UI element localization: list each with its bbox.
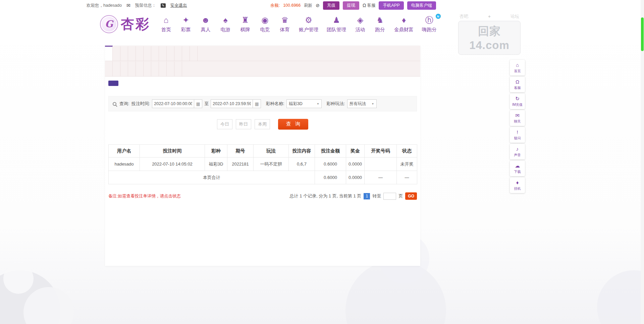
end-time-input[interactable] — [211, 99, 253, 108]
report-tab[interactable] — [151, 61, 159, 76]
side-tool[interactable]: ⌂ 首页 — [510, 60, 525, 76]
nav-item[interactable]: ◉ 电竞 — [259, 15, 271, 33]
side-tool[interactable]: Ω 客服 — [510, 77, 525, 92]
quick-range-button[interactable]: 今日 — [217, 119, 232, 129]
report-tab[interactable] — [120, 46, 128, 61]
report-tab[interactable] — [159, 46, 167, 61]
report-tab[interactable] — [120, 61, 128, 76]
cell-lottery: 福彩3D — [205, 157, 227, 171]
side-tool[interactable]: ✉ 聊天 — [510, 110, 525, 126]
deposit-button[interactable]: 充值 — [323, 1, 339, 10]
nav-item[interactable]: ◈ 活动 — [355, 15, 366, 33]
report-tab[interactable] — [113, 61, 120, 76]
scrollbar-thumb[interactable] — [641, 17, 644, 51]
eye-off-icon[interactable]: ⊘ — [316, 3, 320, 8]
calendar-icon[interactable]: ▦ — [194, 99, 202, 108]
report-tab[interactable] — [174, 46, 182, 61]
nav-item[interactable]: ⚙ 账户管理 — [299, 15, 318, 33]
edit-icon[interactable]: ✎ — [161, 3, 165, 8]
quick-range-group: 今日昨日本周 — [217, 119, 270, 129]
sub-tab[interactable] — [128, 81, 139, 86]
go-button[interactable]: GO — [405, 192, 417, 200]
sub-tab[interactable] — [149, 81, 159, 86]
quick-range-button[interactable]: 本周 — [255, 119, 270, 129]
main-panel: 查询: 投注时间: ▦ 至 ▦ 彩种名称: 福彩3D ▼ 彩种玩法: 所有玩法 … — [105, 46, 420, 266]
report-tab[interactable] — [144, 61, 151, 76]
nav-label: 彩票 — [181, 27, 191, 33]
report-tab[interactable] — [174, 61, 182, 76]
logout-link[interactable]: 安全退出 — [170, 3, 187, 8]
side-tool[interactable]: ♦ 挂机 — [510, 177, 525, 193]
nav-item[interactable]: ☻ N 真人 — [200, 15, 211, 33]
message-icon[interactable]: ✉ — [126, 3, 130, 8]
side-tool-label: 首页 — [510, 69, 525, 74]
nav-item[interactable]: ♜ 棋牌 — [239, 15, 251, 33]
withdraw-button[interactable]: 提现 — [343, 1, 359, 10]
customer-service-link[interactable]: Ω 客服 — [363, 3, 375, 8]
sub-tab[interactable] — [108, 81, 118, 86]
top-bar-left: 欢迎您，hadesado ✉ 预留信息： ✎ 安全退出 — [87, 0, 187, 11]
scrollbar — [641, 0, 644, 324]
calendar-icon[interactable]: ▦ — [253, 99, 261, 108]
cell-bet-time: 2022-07-10 14:05:02 — [140, 157, 205, 171]
query-bar: 查询: 投注时间: ▦ 至 ▦ 彩种名称: 福彩3D ▼ 彩种玩法: 所有玩法 … — [108, 96, 417, 111]
mobile-app-button[interactable]: 手机APP — [379, 1, 404, 10]
report-tab[interactable] — [144, 46, 151, 61]
column-header: 状态 — [397, 145, 417, 157]
nav-item[interactable]: ✦ 彩票 — [180, 15, 192, 33]
cell-play: 一码不定胆 — [254, 157, 289, 171]
play-type-select[interactable]: 所有玩法 ▼ — [347, 99, 377, 108]
side-tool[interactable]: ♪ 声音 — [510, 144, 525, 159]
report-tab[interactable] — [105, 61, 113, 76]
goto-page-input[interactable] — [383, 193, 396, 200]
report-tab[interactable] — [105, 46, 113, 61]
report-tab[interactable] — [151, 46, 159, 61]
report-tab[interactable] — [136, 61, 144, 76]
quick-range-button[interactable]: 昨日 — [236, 119, 251, 129]
start-time-input[interactable] — [152, 99, 194, 108]
nav-item[interactable]: ⓗ 嗨跑分 — [422, 15, 437, 33]
nav-item[interactable]: ♞ 跑分 — [374, 15, 386, 33]
report-tab[interactable] — [167, 61, 174, 76]
nav-label: 跑分 — [375, 27, 385, 33]
nav-item[interactable]: ♛ N 体育 — [279, 15, 290, 33]
side-tool[interactable]: ☁ 下载 — [510, 160, 525, 176]
lottery-name-label: 彩种名称: — [266, 101, 284, 107]
nav-item[interactable]: ♟ 团队管理 — [327, 15, 346, 33]
report-tab[interactable] — [159, 61, 167, 76]
sub-tab[interactable] — [159, 81, 169, 86]
side-tool-label: 客服 — [510, 86, 525, 90]
summary-row: 本页合计 0.6000 0.0000 — — — [109, 171, 417, 184]
report-tab[interactable] — [190, 46, 198, 61]
side-tool[interactable]: ! 疑问 — [510, 127, 525, 143]
nav-item[interactable]: ♠ H 电游 — [220, 15, 231, 33]
report-tab[interactable] — [128, 46, 136, 61]
report-tab[interactable] — [136, 46, 144, 61]
nav-item[interactable]: ⌂ 首页 — [160, 15, 172, 33]
watermark-right-text: 论坛 — [511, 13, 519, 19]
lottery-name-select[interactable]: 福彩3D ▼ — [286, 99, 322, 108]
cell-username: hadesado — [109, 157, 140, 171]
report-tab[interactable] — [167, 46, 174, 61]
new-badge: N — [436, 14, 441, 19]
watermark-left-text: 杏吧 — [460, 13, 468, 19]
report-tab[interactable] — [113, 46, 120, 61]
column-header: 期号 — [227, 145, 254, 157]
cell-status[interactable]: 未开奖 — [397, 157, 417, 171]
side-tool[interactable]: ↻ IM充值 — [510, 93, 525, 109]
site-logo[interactable]: G 杏彩 — [100, 15, 150, 33]
chevron-down-icon: ▼ — [372, 102, 374, 105]
report-tab[interactable] — [128, 61, 136, 76]
table-footer: 备注:如需查看投注单详情，请点击状态 总计 1 个记录, 分为 1 页, 当前第… — [108, 192, 417, 200]
sub-tab[interactable] — [139, 81, 149, 86]
cell-amount: 0.6000 — [315, 157, 346, 171]
side-tool-label: 疑问 — [510, 136, 525, 141]
decorative-circle — [3, 264, 34, 294]
page-number-button[interactable]: 1 — [364, 193, 370, 199]
nav-item[interactable]: ♦ 金鼎财富 — [394, 15, 414, 33]
search-button[interactable]: 查 询 — [278, 119, 308, 130]
sub-tab[interactable] — [118, 81, 128, 86]
refresh-button[interactable]: 刷新 — [304, 3, 312, 8]
pc-client-button[interactable]: 电脑客户端 — [407, 1, 436, 10]
report-tab[interactable] — [182, 46, 190, 61]
